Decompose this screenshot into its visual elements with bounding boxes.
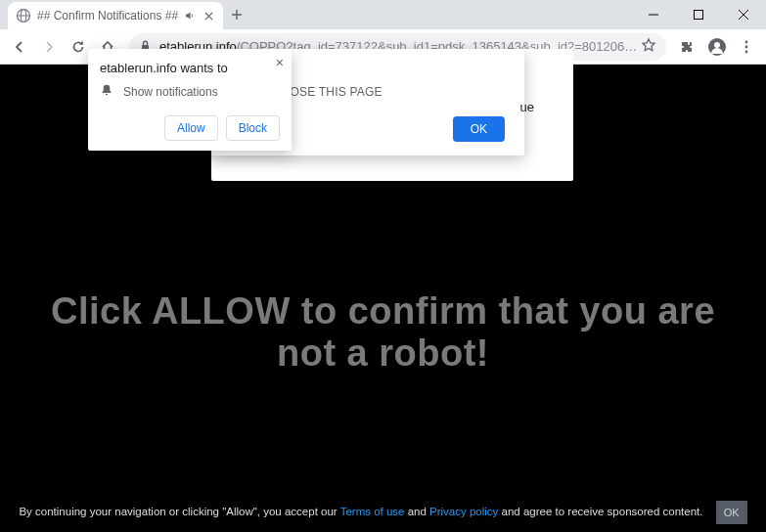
footer-text-1: By continuing your navigation or clickin… xyxy=(19,506,339,517)
svg-point-10 xyxy=(745,50,748,53)
bookmark-star-icon[interactable] xyxy=(641,37,656,56)
minimize-button[interactable] xyxy=(631,0,676,29)
browser-tab[interactable]: ## Confirm Notifications ## xyxy=(8,2,223,29)
extensions-icon[interactable] xyxy=(674,33,701,61)
footer-text-3: and agree to receive sponsored content. xyxy=(498,506,702,517)
consent-footer: By continuing your navigation or clickin… xyxy=(0,501,766,525)
bell-icon xyxy=(100,83,113,100)
back-button[interactable] xyxy=(6,33,33,61)
alert-text-fragment: ue xyxy=(520,100,534,114)
alert-ok-button[interactable]: OK xyxy=(453,116,505,142)
privacy-link[interactable]: Privacy policy xyxy=(429,506,498,517)
footer-text-2: and xyxy=(404,506,429,517)
svg-point-8 xyxy=(745,40,748,43)
svg-rect-4 xyxy=(695,11,703,20)
window-controls xyxy=(631,0,766,29)
prompt-close-icon[interactable]: × xyxy=(276,55,284,70)
notification-permission-prompt: × etablerun.info wants to Show notificat… xyxy=(88,49,292,151)
svg-point-9 xyxy=(745,45,748,48)
svg-point-7 xyxy=(714,42,720,48)
audio-icon[interactable] xyxy=(184,10,196,22)
tab-close-icon[interactable] xyxy=(202,9,215,22)
window-close-button[interactable] xyxy=(721,0,766,29)
maximize-button[interactable] xyxy=(676,0,721,29)
footer-ok-button[interactable]: OK xyxy=(716,501,747,525)
prompt-permission-label: Show notifications xyxy=(123,85,218,99)
prompt-title: etablerun.info wants to xyxy=(100,61,280,75)
forward-button[interactable] xyxy=(35,33,63,61)
terms-link[interactable]: Terms of use xyxy=(340,506,405,517)
tab-title: ## Confirm Notifications ## xyxy=(37,9,178,22)
profile-icon[interactable] xyxy=(703,33,731,61)
globe-icon xyxy=(16,8,31,23)
menu-icon[interactable] xyxy=(733,33,760,61)
browser-titlebar: ## Confirm Notifications ## xyxy=(0,0,766,29)
allow-button[interactable]: Allow xyxy=(164,115,218,141)
page-headline: Click ALLOW to confirm that you are not … xyxy=(0,290,766,375)
block-button[interactable]: Block xyxy=(226,115,280,141)
new-tab-button[interactable] xyxy=(223,1,250,28)
